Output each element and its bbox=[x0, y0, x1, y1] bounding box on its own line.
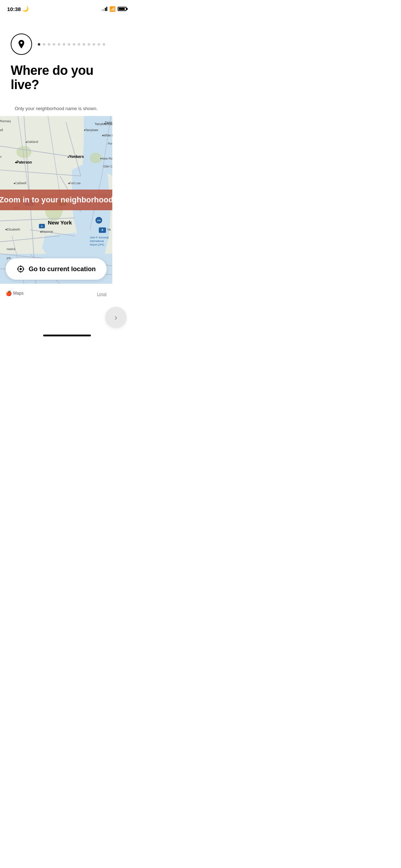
svg-text:Ramsey: Ramsey bbox=[0, 119, 11, 123]
status-time: 10:38 🌙 bbox=[7, 6, 29, 12]
svg-text:ell: ell bbox=[0, 128, 3, 132]
dot-11 bbox=[88, 43, 90, 46]
dot-10 bbox=[83, 43, 85, 46]
dot-4 bbox=[53, 43, 55, 46]
dot-5 bbox=[58, 43, 60, 46]
dot-9 bbox=[78, 43, 80, 46]
svg-point-61 bbox=[40, 231, 41, 232]
home-bar bbox=[43, 335, 91, 336]
target-icon bbox=[16, 265, 25, 273]
svg-point-51 bbox=[14, 183, 15, 184]
svg-point-8 bbox=[16, 146, 31, 158]
privacy-notice: Only your neighborhood name is shown. bbox=[0, 104, 112, 113]
battery-icon bbox=[118, 7, 127, 11]
svg-text:nswick: nswick bbox=[6, 247, 16, 251]
svg-point-46 bbox=[100, 158, 101, 159]
svg-text:Paterson: Paterson bbox=[16, 160, 32, 164]
location-button-label: Go to current location bbox=[29, 265, 96, 273]
dot-6 bbox=[63, 43, 65, 46]
svg-text:Bayonne: Bayonne bbox=[41, 230, 53, 234]
status-icons: 📶 bbox=[102, 6, 127, 12]
svg-text:278: 278 bbox=[97, 220, 101, 222]
svg-text:Fort Lee: Fort Lee bbox=[70, 182, 81, 185]
apple-maps-watermark: 🍎 Maps bbox=[6, 290, 24, 296]
svg-text:Caldwell: Caldwell bbox=[15, 182, 26, 185]
svg-text:Tarrytown: Tarrytown bbox=[105, 121, 112, 124]
dot-14 bbox=[103, 43, 105, 46]
svg-text:Port Chester: Port Chester bbox=[108, 142, 112, 145]
wifi-icon: 📶 bbox=[109, 6, 115, 12]
progress-dots bbox=[38, 43, 123, 46]
moon-icon: 🌙 bbox=[22, 6, 29, 12]
svg-point-59 bbox=[5, 229, 6, 230]
time-display: 10:38 bbox=[7, 6, 21, 12]
dot-12 bbox=[93, 43, 95, 46]
svg-point-49 bbox=[15, 162, 16, 163]
dot-1 bbox=[38, 43, 40, 46]
svg-text:John F. Kennedy: John F. Kennedy bbox=[90, 236, 109, 239]
svg-point-53 bbox=[68, 183, 70, 184]
page-title: Where do you live? bbox=[11, 63, 123, 92]
dot-2 bbox=[43, 43, 45, 46]
map-container[interactable]: 280 TP 278 Tarrytown · Tarrytown Tarryto… bbox=[0, 100, 112, 300]
dot-8 bbox=[73, 43, 75, 46]
svg-text:Tarrytown: Tarrytown bbox=[85, 128, 98, 132]
svg-text:yre: yre bbox=[6, 257, 11, 260]
svg-point-44 bbox=[68, 156, 69, 157]
svg-point-39 bbox=[102, 135, 103, 136]
next-button-container: › bbox=[0, 300, 134, 332]
svg-text:New York: New York bbox=[48, 219, 72, 226]
svg-text:International: International bbox=[90, 240, 104, 243]
dot-7 bbox=[68, 43, 70, 46]
svg-text:Airport (JFK): Airport (JFK) bbox=[90, 243, 104, 246]
zoom-tooltip: Zoom in to your neighborhood bbox=[0, 190, 112, 210]
chevron-right-icon: › bbox=[114, 312, 117, 322]
svg-text:Elizabeth: Elizabeth bbox=[6, 228, 20, 231]
next-button[interactable]: › bbox=[105, 307, 127, 328]
svg-text:✈: ✈ bbox=[101, 228, 104, 232]
svg-text:Yonkers: Yonkers bbox=[69, 155, 84, 159]
main-content: Where do you live? bbox=[0, 16, 134, 300]
dot-3 bbox=[48, 43, 50, 46]
svg-text:White Plains: White Plains bbox=[103, 134, 112, 137]
svg-text:n: n bbox=[0, 155, 2, 159]
svg-point-9 bbox=[90, 153, 102, 163]
apple-logo-icon: 🍎 bbox=[6, 290, 12, 296]
svg-text:Oakland: Oakland bbox=[27, 140, 38, 144]
status-bar: 10:38 🌙 📶 bbox=[0, 0, 134, 16]
svg-point-42 bbox=[26, 141, 27, 143]
dot-13 bbox=[98, 43, 100, 46]
svg-point-81 bbox=[20, 268, 22, 270]
location-icon-circle bbox=[11, 33, 32, 55]
svg-text:New Roc: New Roc bbox=[102, 157, 112, 160]
maps-label: Maps bbox=[13, 291, 24, 296]
location-pin-icon bbox=[16, 39, 26, 49]
svg-text:✈: ✈ bbox=[41, 224, 43, 228]
header-row bbox=[11, 33, 123, 55]
svg-text:Va: Va bbox=[107, 228, 111, 231]
svg-text:Glen C: Glen C bbox=[103, 165, 112, 168]
legal-link[interactable]: Legal bbox=[97, 292, 107, 296]
signal-icon bbox=[102, 7, 108, 11]
home-indicator bbox=[0, 332, 134, 341]
svg-point-37 bbox=[84, 130, 85, 131]
go-to-location-button[interactable]: Go to current location bbox=[6, 258, 107, 280]
